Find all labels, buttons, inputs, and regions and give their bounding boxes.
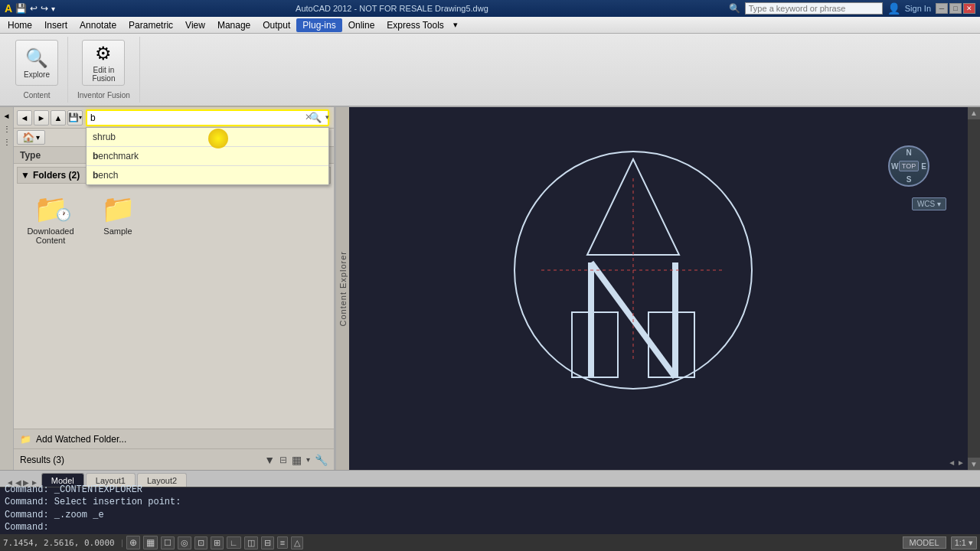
autocomplete-dropdown: shrub benchmark bench (86, 127, 329, 185)
views-button[interactable]: 💾 ▾ (67, 110, 83, 126)
folders-header-left: ▼ Folders (2) (21, 170, 80, 181)
menu-extra[interactable]: ▾ (453, 20, 458, 30)
folder-sample[interactable]: 📁 Sample (87, 190, 149, 248)
results-label: Results (3) (20, 455, 64, 465)
pan-left-button[interactable]: ◄ (948, 458, 956, 467)
compass-s-label: S (906, 175, 912, 184)
folder-downloaded-icon: 📁 🕐 (34, 193, 68, 225)
left-sidebar: ◄ ⋮ ⋮ (0, 107, 14, 470)
model-space-button[interactable]: MODEL (903, 536, 946, 549)
search-submit-button[interactable]: 🔍 (309, 112, 322, 123)
menu-express-tools[interactable]: Express Tools (381, 18, 449, 32)
folder-downloaded-label: Downloaded Content (23, 227, 78, 245)
menu-plugins[interactable]: Plug-ins (296, 18, 341, 32)
coordinates-display: 7.1454, 2.5616, 0.0000 (3, 538, 118, 548)
ducs-button[interactable]: ◫ (244, 536, 258, 549)
scroll-up-button[interactable]: ▲ (968, 107, 980, 119)
menu-parametric[interactable]: Parametric (122, 18, 179, 32)
explore-button[interactable]: 🔍 Explore (15, 40, 58, 86)
command-line-2: Command: Select insertion point: (5, 496, 975, 509)
tmodel-button[interactable]: △ (291, 536, 303, 549)
main-area: ◄ ⋮ ⋮ ◄ ► ▲ 💾 ▾ ✕ 🔍 ▾ shrub (0, 107, 980, 470)
canvas-scrollbar-right[interactable]: ▲ ▼ (968, 107, 980, 470)
scroll-down-button[interactable]: ▼ (968, 458, 980, 470)
drawing-canvas[interactable]: N S W E TOP WCS ▾ ▲ ▼ ◄ ► (349, 107, 980, 470)
save-views-icon: 💾 (68, 112, 79, 122)
pan-arrows: ◄ ► (948, 458, 965, 467)
folder-downloaded-content[interactable]: 📁 🕐 Downloaded Content (20, 190, 81, 248)
command-line-3: Command: _.zoom _e (5, 509, 975, 522)
view-toggle-button[interactable]: ▦ (292, 454, 302, 466)
object-snap-button[interactable]: ⊡ (194, 536, 207, 549)
snap-button[interactable]: ⊕ (126, 536, 140, 549)
menu-view[interactable]: View (179, 18, 211, 32)
quick-access-save[interactable]: 💾 (15, 3, 27, 14)
drawing-content (480, 117, 786, 423)
otrack-button[interactable]: ∟ (227, 536, 241, 549)
menu-insert[interactable]: Insert (38, 18, 74, 32)
status-right: MODEL 1:1 ▾ (903, 536, 977, 549)
settings-button[interactable]: 🔧 (315, 454, 328, 466)
quick-access-undo[interactable]: ↩ (30, 3, 38, 14)
forward-button[interactable]: ► (34, 110, 49, 126)
close-button[interactable]: ✕ (963, 3, 975, 14)
results-bar: Results (3) ▼ ⊟ ▦ ▾ 🔧 (14, 448, 334, 470)
grid-button[interactable]: ▦ (143, 536, 158, 549)
search-icon: 🔍 (729, 3, 740, 14)
compass: N S W E TOP (888, 145, 934, 191)
compass-e-label: E (921, 162, 926, 171)
wcs-button[interactable]: WCS ▾ (912, 197, 946, 210)
pan-right-button[interactable]: ► (957, 458, 965, 467)
explore-icon: 🔍 (25, 47, 48, 69)
left-nav-button[interactable]: ⋮ (2, 123, 12, 134)
autocomplete-item-benchmark[interactable]: benchmark (87, 147, 328, 166)
ortho-button[interactable]: ☐ (161, 536, 175, 549)
dyn-button[interactable]: ⊟ (261, 536, 274, 549)
quick-access-redo[interactable]: ↪ (41, 3, 48, 14)
view-dropdown[interactable]: ▾ (306, 455, 310, 464)
left-expand-button[interactable]: ◄ (2, 110, 12, 121)
polar-button[interactable]: ◎ (178, 536, 191, 549)
status-bar: 7.1454, 2.5616, 0.0000 | ⊕ ▦ ☐ ◎ ⊡ ⊞ ∟ ◫… (0, 534, 980, 551)
command-input[interactable] (51, 522, 280, 533)
window-title: AutoCAD 2012 - NOT FOR RESALE Drawing5.d… (55, 4, 729, 13)
benchmark-text: benchmark (93, 151, 139, 161)
add-watched-icon: 📁 (20, 434, 31, 445)
menu-online[interactable]: Online (342, 18, 381, 32)
results-controls: ▼ ⊟ ▦ ▾ 🔧 (264, 454, 328, 466)
add-watched-folder-button[interactable]: 📁 Add Watched Folder... (14, 429, 334, 448)
compass-w-label: W (891, 162, 898, 171)
home-nav-button[interactable]: 🏠 ▾ (17, 130, 45, 145)
folders-section: ▼ Folders (2) ▲ 📁 🕐 Downloaded Content 📁… (14, 164, 334, 429)
menu-manage[interactable]: Manage (211, 18, 256, 32)
filter-button[interactable]: ▼ (264, 454, 275, 466)
titlebar-left: A 💾 ↩ ↪ ▾ (5, 2, 55, 15)
keyword-search-input[interactable] (745, 2, 883, 15)
search-dropdown-button[interactable]: ▾ (325, 113, 329, 121)
help-icon[interactable]: 👤 (887, 2, 900, 15)
folders-expand-icon: ▼ (21, 170, 30, 181)
up-button[interactable]: ▲ (51, 110, 66, 126)
compass-top-badge[interactable]: TOP (899, 161, 919, 171)
menu-home[interactable]: Home (2, 18, 38, 32)
titlebar-controls: ─ □ ✕ (936, 3, 975, 14)
minimize-button[interactable]: ─ (936, 3, 948, 14)
3dosnap-button[interactable]: ⊞ (211, 536, 224, 549)
bench-text: bench (93, 170, 118, 181)
folder-grid: 📁 🕐 Downloaded Content 📁 Sample (17, 187, 331, 251)
left-nav-button2[interactable]: ⋮ (2, 136, 12, 147)
lweight-button[interactable]: ≡ (277, 536, 288, 549)
menu-annotate[interactable]: Annotate (74, 18, 122, 32)
scale-display[interactable]: 1:1 ▾ (951, 536, 977, 549)
menu-output[interactable]: Output (256, 18, 296, 32)
maximize-button[interactable]: □ (949, 3, 962, 14)
autocomplete-item-bench[interactable]: bench (87, 166, 328, 184)
sign-in-label[interactable]: Sign In (905, 4, 931, 13)
app-logo: A (5, 2, 12, 15)
content-explorer-tab[interactable]: Content Explorer (335, 107, 349, 470)
back-button[interactable]: ◄ (17, 110, 32, 126)
fusion-icon: ⚙ (95, 43, 112, 64)
autocomplete-item-shrub[interactable]: shrub (87, 128, 328, 147)
explorer-search-input[interactable] (86, 109, 329, 126)
edit-fusion-button[interactable]: ⚙ Edit in Fusion (82, 40, 125, 86)
